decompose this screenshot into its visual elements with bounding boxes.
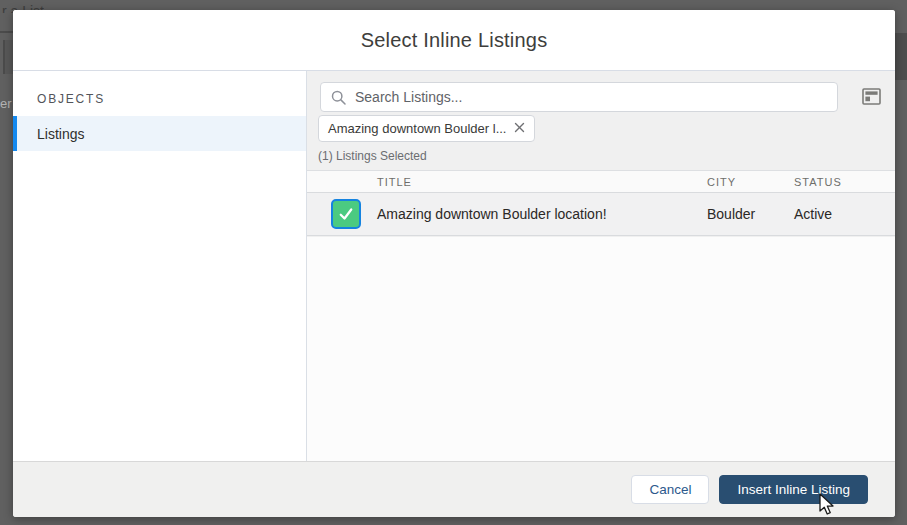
row-city: Boulder — [707, 206, 794, 222]
modal-body: OBJECTS Listings Amaz — [13, 71, 895, 461]
column-header-city: CITY — [707, 176, 794, 188]
background-page-text-fragment: er — [0, 96, 13, 111]
table-view-icon — [862, 88, 881, 105]
table-empty-area — [307, 237, 895, 461]
row-checkbox[interactable] — [331, 199, 361, 229]
insert-inline-listing-button[interactable]: Insert Inline Listing — [719, 475, 868, 504]
selected-listing-pill[interactable]: Amazing downtown Boulder l... — [318, 115, 535, 142]
sidebar-item-listings[interactable]: Listings — [13, 116, 306, 151]
column-header-title: TITLE — [377, 176, 707, 188]
cancel-button[interactable]: Cancel — [631, 475, 709, 504]
modal-header: Select Inline Listings — [13, 10, 895, 71]
listings-table: TITLE CITY STATUS Amazing downtown Bould… — [307, 170, 895, 236]
table-view-button[interactable] — [860, 88, 882, 106]
row-status: Active — [794, 206, 895, 222]
objects-sidebar: OBJECTS Listings — [13, 71, 307, 461]
pill-remove-icon[interactable] — [514, 122, 525, 135]
modal-title: Select Inline Listings — [361, 29, 548, 52]
table-header-row: TITLE CITY STATUS — [307, 170, 895, 193]
search-box — [320, 82, 838, 112]
table-row[interactable]: Amazing downtown Boulder location! Bould… — [307, 193, 895, 236]
background-page-divider — [0, 31, 13, 33]
search-icon — [331, 90, 346, 105]
pill-label: Amazing downtown Boulder l... — [328, 121, 506, 136]
listings-selected-count: (1) Listings Selected — [318, 149, 427, 163]
select-inline-listings-modal: Select Inline Listings OBJECTS Listings — [13, 10, 895, 517]
column-header-status: STATUS — [794, 176, 895, 188]
search-input[interactable] — [355, 89, 827, 105]
sidebar-heading: OBJECTS — [37, 92, 105, 106]
listing-picker-panel: Amazing downtown Boulder l... (1) Listin… — [307, 71, 895, 461]
background-page-panel-edge — [895, 33, 907, 80]
background-page-box-edge — [3, 40, 13, 74]
checkmark-icon — [337, 205, 355, 223]
modal-footer: Cancel Insert Inline Listing — [13, 461, 895, 517]
sidebar-item-label: Listings — [37, 126, 84, 142]
row-title: Amazing downtown Boulder location! — [377, 206, 707, 222]
